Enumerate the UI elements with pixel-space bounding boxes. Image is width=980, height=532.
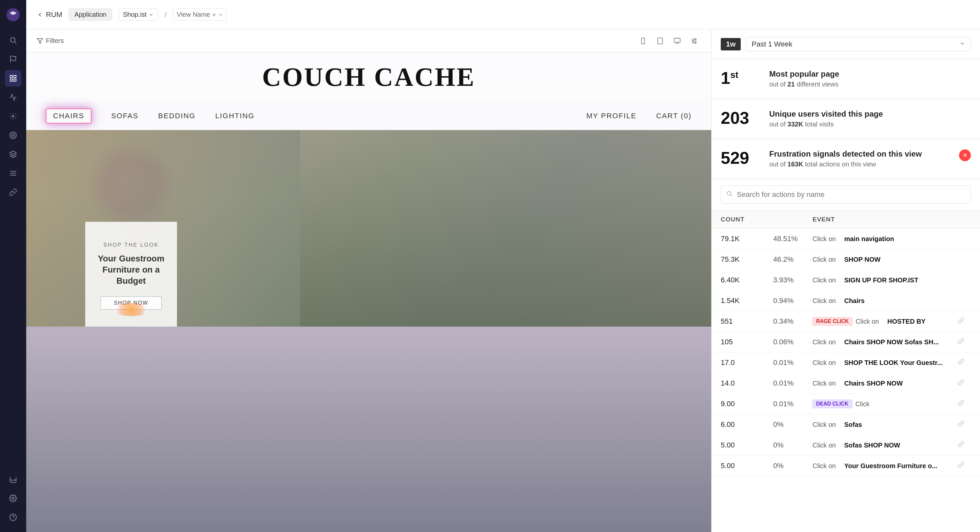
event-pct: 0.01%	[773, 379, 813, 387]
event-action: Click on	[856, 318, 879, 325]
sidebar-item-connect[interactable]	[5, 184, 21, 200]
svg-point-11	[13, 135, 13, 136]
dead-click-badge: DEAD CLICK	[813, 400, 852, 408]
nav-cart[interactable]: CART (0)	[656, 112, 692, 120]
event-link-icon[interactable]	[958, 400, 971, 408]
event-count: 551	[721, 317, 773, 326]
sidebar-item-help[interactable]	[5, 509, 21, 526]
event-count: 5.00	[721, 441, 773, 449]
site-title: COUCH CACHE	[46, 62, 692, 92]
event-pct: 0.01%	[773, 400, 813, 408]
shop-look-title: Your Guestroom Furniture on a Budget	[95, 253, 167, 286]
time-dropdown[interactable]: Past 1 Week	[746, 37, 971, 51]
table-row: 1.54K 0.94% Click on Chairs	[711, 291, 980, 311]
svg-rect-5	[14, 75, 16, 78]
event-pct: 3.93%	[773, 276, 813, 284]
header-event: EVENT	[813, 216, 958, 223]
time-dropdown-arrow	[959, 40, 965, 48]
event-count: 105	[721, 338, 773, 346]
view-settings[interactable]	[688, 34, 701, 48]
back-button[interactable]: RUM	[37, 11, 62, 19]
event-desc: Click on SHOP THE LOOK Your Guestr...	[813, 359, 958, 367]
event-target: Sofas	[844, 421, 862, 429]
nav-lighting[interactable]: LIGHTING	[215, 112, 255, 120]
sidebar-item-target[interactable]	[5, 127, 21, 143]
sidebar-item-flag[interactable]	[5, 51, 21, 67]
website-screenshot: COUCH CACHE CHAIRS SOFAS BEDDING LIGHTIN…	[26, 52, 711, 532]
sidebar-bottom	[5, 471, 21, 526]
sidebar-item-settings[interactable]	[5, 490, 21, 507]
sidebar-item-analytics[interactable]	[5, 89, 21, 105]
filter-button[interactable]: Filters	[37, 37, 64, 44]
event-action: Click on	[813, 297, 836, 305]
event-count: 17.0	[721, 358, 773, 367]
event-desc: Click on Your Guestroom Furniture o...	[813, 462, 958, 470]
event-link-icon[interactable]	[958, 358, 971, 367]
metric-users-value: 203	[721, 110, 760, 127]
event-pct: 0%	[773, 420, 813, 429]
sidebar-item-integrations[interactable]	[5, 146, 21, 162]
event-pct: 0.01%	[773, 358, 813, 367]
table-row: 105 0.06% Click on Chairs SHOP NOW Sofas…	[711, 332, 980, 353]
site-header: COUCH CACHE	[26, 52, 711, 102]
nav-sofas[interactable]: SOFAS	[111, 112, 138, 120]
event-target: Sofas SHOP NOW	[844, 441, 900, 449]
sidebar-item-config[interactable]	[5, 108, 21, 124]
table-row: 551 0.34% RAGE CLICKClick on HOSTED BY	[711, 311, 980, 332]
event-link-icon[interactable]	[958, 317, 971, 326]
metric-popular-title: Most popular page	[769, 70, 971, 79]
event-link-icon[interactable]	[958, 441, 971, 449]
event-link-icon[interactable]	[958, 420, 971, 429]
event-target: Chairs SHOP NOW Sofas SH...	[844, 338, 939, 346]
svg-point-30	[695, 38, 696, 40]
nav-bedding[interactable]: BEDDING	[158, 112, 195, 120]
event-target: Chairs SHOP NOW	[844, 380, 903, 387]
event-action: Click on	[813, 441, 836, 449]
svg-point-32	[695, 42, 696, 43]
event-desc: Click on SHOP NOW	[813, 256, 958, 264]
event-link-icon[interactable]	[958, 338, 971, 346]
event-desc: Click on Chairs	[813, 297, 958, 305]
table-row: 6.40K 3.93% Click on SIGN UP FOR SHOP.IS…	[711, 270, 980, 291]
back-label: RUM	[46, 11, 62, 19]
table-row: 17.0 0.01% Click on SHOP THE LOOK Your G…	[711, 353, 980, 373]
event-pct: 48.51%	[773, 235, 813, 243]
metric-unique-users: 203 Unique users visited this page out o…	[711, 99, 980, 139]
event-link-icon[interactable]	[958, 379, 971, 387]
view-name-selector[interactable]: View Name	[173, 8, 227, 21]
metric-popular-info: Most popular page out of 21 different vi…	[769, 70, 971, 88]
event-pct: 0.94%	[773, 297, 813, 305]
sidebar-item-database[interactable]	[5, 471, 21, 488]
event-pct: 0.34%	[773, 317, 813, 326]
event-target: SHOP NOW	[844, 256, 881, 264]
breadcrumb-application: Application	[69, 8, 112, 21]
metric-popular-page: 1st Most popular page out of 21 differen…	[711, 59, 980, 99]
event-action: Click on	[813, 338, 836, 346]
event-desc: Click on Sofas	[813, 421, 958, 429]
shop-now-glow	[111, 303, 151, 316]
event-pct: 46.2%	[773, 255, 813, 264]
view-desktop[interactable]	[671, 34, 684, 48]
event-action: Click on	[813, 359, 836, 367]
svg-rect-22	[641, 38, 644, 44]
event-pct: 0.06%	[773, 338, 813, 346]
event-link-icon[interactable]	[958, 462, 971, 470]
sidebar-item-search[interactable]	[5, 32, 21, 48]
metric-users-info: Unique users visited this page out of 33…	[769, 110, 971, 128]
sidebar	[0, 0, 26, 532]
metric-users-subtitle: out of 332K total visits	[769, 121, 971, 128]
nav-profile[interactable]: MY PROFILE	[586, 112, 636, 120]
metric-frustration-close[interactable]: ✕	[959, 149, 971, 161]
search-icon	[726, 191, 733, 199]
nav-chairs[interactable]: CHAIRS	[46, 108, 91, 124]
search-input[interactable]	[721, 186, 971, 204]
view-mobile[interactable]	[636, 34, 650, 48]
view-tablet[interactable]	[654, 34, 667, 48]
breadcrumb-shop-dropdown[interactable]: Shop.ist	[119, 8, 158, 21]
table-row: 9.00 0.01% DEAD CLICKClick	[711, 394, 980, 414]
events-table-header: COUNT EVENT	[711, 211, 980, 229]
event-target: main navigation	[844, 235, 894, 243]
nav-right: MY PROFILE CART (0)	[586, 112, 692, 120]
sidebar-item-logs[interactable]	[5, 165, 21, 181]
sidebar-item-rum[interactable]	[5, 70, 21, 86]
